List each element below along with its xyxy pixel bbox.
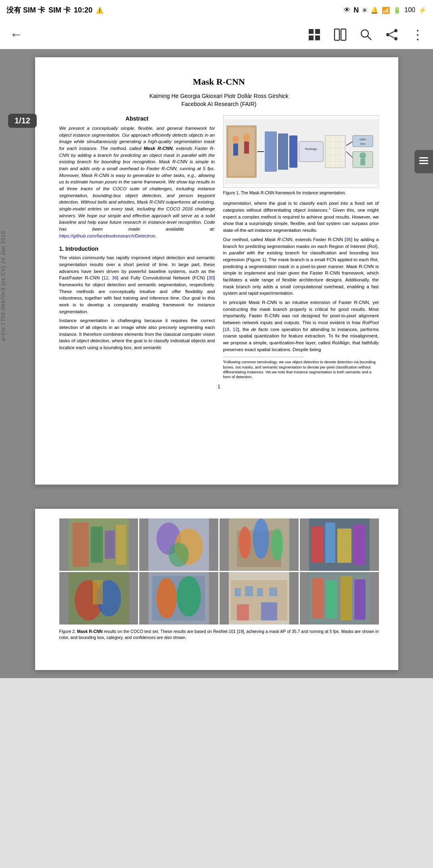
svg-rect-68	[92, 580, 102, 604]
bluetooth-icon: ✳	[362, 6, 367, 14]
right-col-text-3: In principle Mask R-CNN is an intuitive …	[223, 299, 379, 353]
svg-point-9	[386, 33, 389, 36]
page-separator	[0, 485, 433, 501]
figure-1-caption: Figure 1. The Mask R-CNN framework for i…	[223, 190, 379, 196]
status-bar: 没有 SIM 卡 SIM 卡 10:20 ⚠️ 👁 N ✳ 🔔 📶 🔋 100 …	[0, 0, 433, 20]
svg-rect-14	[419, 160, 428, 161]
svg-rect-24	[265, 131, 277, 172]
page-indicator: 1/12	[8, 114, 37, 128]
svg-rect-5	[341, 29, 346, 40]
intro-para-2: Instance segmentation is challenging bec…	[59, 317, 215, 351]
svg-rect-47	[72, 522, 88, 567]
search-button[interactable]	[360, 28, 372, 41]
more-options-button[interactable]: ⋮	[411, 27, 423, 42]
intro-para-1: The vision community has rapidly improve…	[59, 254, 215, 315]
svg-point-71	[157, 578, 177, 618]
svg-rect-84	[341, 576, 352, 620]
svg-rect-0	[309, 29, 314, 34]
abstract-text: We present a conceptually simple, flexib…	[59, 126, 215, 238]
svg-rect-61	[311, 527, 323, 563]
battery-icon: 🔋	[393, 6, 401, 14]
svg-point-21	[243, 133, 250, 142]
svg-rect-29	[325, 135, 345, 168]
intro-heading: 1. Introduction	[59, 246, 215, 252]
svg-rect-25	[278, 133, 288, 170]
figure-1-area: RoIAlign	[223, 115, 379, 188]
svg-point-59	[271, 529, 283, 561]
floating-menu-button[interactable]	[414, 150, 433, 173]
svg-rect-45	[360, 159, 365, 165]
svg-rect-64	[354, 525, 366, 565]
figure-2-cell-1	[59, 518, 138, 571]
svg-rect-82	[312, 578, 324, 618]
svg-rect-26	[289, 135, 297, 168]
svg-rect-62	[325, 522, 335, 563]
share-button[interactable]	[385, 28, 398, 41]
sim-text: SIM 卡	[48, 5, 71, 15]
abstract-body: We present a conceptually simple, flexib…	[59, 125, 215, 239]
svg-point-19	[232, 135, 239, 144]
status-left: 没有 SIM 卡 SIM 卡 10:20 ⚠️	[6, 5, 104, 15]
arxiv-watermark: arXiv:1703.06870v3 [cs.CV] 24 Jan 2018	[0, 231, 6, 341]
svg-point-8	[394, 29, 397, 32]
bell-icon: 🔔	[370, 6, 379, 14]
svg-rect-3	[315, 35, 320, 40]
book-mode-button[interactable]	[334, 28, 347, 41]
page-number: 1	[59, 384, 379, 389]
svg-rect-79	[237, 604, 249, 620]
grid-view-button[interactable]	[308, 28, 321, 41]
svg-line-12	[389, 35, 394, 38]
back-button[interactable]: ←	[10, 27, 23, 42]
svg-rect-22	[244, 142, 249, 154]
right-col-text-1: segmentation, where the goal is to class…	[223, 200, 379, 234]
svg-text:RoIAlign: RoIAlign	[305, 147, 317, 151]
nfc-icon: N	[354, 6, 359, 15]
toolbar: ←	[0, 20, 433, 49]
svg-rect-83	[326, 580, 337, 618]
pdf-viewer-area: 1/12 arXiv:1703.06870v3 [cs.CV] 24 Jan 2…	[0, 49, 433, 678]
charging-icon: ⚡	[418, 6, 427, 14]
svg-point-72	[177, 576, 201, 616]
figure-2-cell-8	[300, 572, 379, 624]
warning-icon: ⚠️	[96, 6, 104, 14]
abstract-title: Abstract	[59, 115, 215, 122]
svg-rect-15	[419, 163, 428, 164]
wifi-icon: 📶	[382, 6, 390, 14]
figure-2-cell-7	[220, 572, 299, 624]
right-column: RoIAlign	[223, 115, 379, 380]
svg-point-44	[360, 152, 366, 159]
svg-rect-18	[228, 127, 255, 176]
svg-point-6	[361, 30, 368, 37]
figure-2-cell-6	[139, 572, 218, 624]
eye-icon: 👁	[344, 6, 350, 14]
svg-line-7	[368, 36, 371, 40]
svg-rect-63	[337, 529, 351, 563]
time-display: 10:20	[74, 6, 92, 15]
figure-2-cell-4	[300, 518, 379, 571]
figure-2-grid	[59, 518, 379, 624]
figure-2-cell-5	[59, 572, 138, 624]
figure-2-caption-text: Figure 2. Mask R-CNN results on the COCO…	[59, 629, 379, 640]
svg-rect-20	[233, 144, 238, 156]
svg-rect-48	[90, 527, 102, 563]
svg-rect-2	[309, 35, 314, 40]
svg-rect-76	[245, 586, 253, 596]
svg-rect-4	[335, 29, 339, 40]
figure-2-caption: Figure 2. Mask R-CNN results on the COCO…	[59, 629, 379, 640]
svg-point-57	[239, 527, 251, 559]
footnote-divider	[223, 357, 304, 357]
footnote-text: ¹Following common terminology, we use ob…	[223, 360, 379, 379]
battery-level: 100	[404, 6, 415, 14]
svg-point-58	[253, 518, 269, 559]
code-link[interactable]: https://github.com/facebookresearch/Dete…	[59, 233, 155, 238]
svg-rect-75	[235, 588, 241, 596]
svg-rect-1	[315, 29, 320, 34]
svg-text:class: class	[360, 138, 366, 141]
pdf-page-2: Figure 2. Mask R-CNN results on the COCO…	[35, 509, 398, 670]
svg-line-11	[389, 31, 394, 34]
paper-affiliation: Facebook AI Research (FAIR)	[59, 101, 379, 107]
introduction-section: 1. Introduction The vision community has…	[59, 246, 215, 351]
right-col-text-2: Our method, called Mask R-CNN, extends F…	[223, 236, 379, 297]
svg-rect-80	[261, 602, 277, 620]
svg-rect-27	[299, 142, 323, 162]
